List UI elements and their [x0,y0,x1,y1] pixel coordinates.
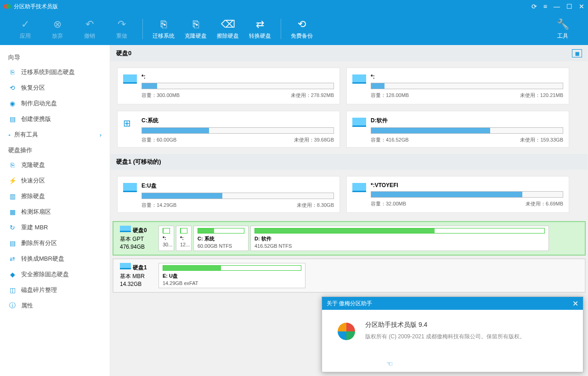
map-partition[interactable]: E: U盘14.29GB exFAT [158,263,305,288]
partition-name: *: [141,74,334,80]
partition-name: *:VTOYEFI [371,182,563,188]
partition-card[interactable]: E:U盘容量：14.29GB未使用：8.30GB [117,176,340,213]
sidebar-item[interactable]: ⎘克隆硬盘 [0,157,110,173]
tools-button[interactable]: 🔧工具 [547,16,579,43]
drive-icon [123,74,137,84]
discard-button[interactable]: ⊗放弃 [41,16,74,43]
capacity-label: 容量：14.29GB [141,202,176,209]
about-logo-icon [336,321,357,342]
disk-size: 476.94GB [120,244,158,250]
sidebar-item[interactable]: ◉制作启动光盘 [0,96,110,111]
maximize-icon[interactable]: ☐ [566,3,572,10]
migrate-button[interactable]: ⎘迁移系统 [147,16,180,43]
clone-icon: ⎘ [193,18,199,30]
unused-label: 未使用：6.69MB [526,200,563,207]
sidebar-icon: ⎘ [8,68,17,76]
disk-name: 硬盘0 [120,226,158,234]
pointer-icon: ☜ [386,359,393,368]
drive-icon [120,263,131,269]
partition-name: D:软件 [371,117,563,125]
disk-type: 基本 GPT [120,235,158,243]
usage-bar [371,191,563,198]
sidebar-item[interactable]: ▥擦除硬盘 [0,188,110,204]
backup-icon: ⟲ [298,18,306,30]
usage-bar [371,127,563,134]
sidebar-item[interactable]: 所有工具› [0,127,110,142]
partition-card[interactable]: *:VTOYEFI容量：32.00MB未使用：6.69MB [346,176,569,213]
capacity-label: 容量：416.52GB [371,137,409,143]
wipe-button[interactable]: ⌫擦除硬盘 [212,16,244,43]
map-partition[interactable]: D: 软件416.52GB NTFS [250,226,549,251]
sidebar-icon: ⚡ [8,177,17,185]
partition-card[interactable]: *:容量：128.00MB未使用：120.21MB [346,68,569,104]
usage-bar [371,83,563,89]
sidebar-icon: ◆ [8,270,17,279]
sidebar-item[interactable]: ⎘迁移系统到固态硬盘 [0,64,110,80]
sidebar-item[interactable]: ⇄转换成MBR硬盘 [0,251,110,267]
wipe-icon: ⌫ [221,18,235,30]
partition-name: *: [371,74,563,80]
convert-button[interactable]: ⇄转换硬盘 [244,16,276,43]
dialog-titlebar[interactable]: 关于 傲梅分区助手 ✕ [322,297,583,310]
partition-card[interactable]: *:容量：300.00MB未使用：278.92MB [117,68,340,104]
sidebar-icon: ▤ [8,239,17,247]
svg-point-1 [6,4,11,9]
partition-card[interactable]: D:软件容量：416.52GB未使用：159.33GB [346,111,569,148]
minimize-icon[interactable]: ― [554,3,560,10]
sidebar-item[interactable]: ◫磁盘碎片整理 [0,282,110,298]
sidebar-item[interactable]: ◆安全擦除固态硬盘 [0,267,110,282]
sidebar-item[interactable]: ▤删除所有分区 [0,235,110,251]
menu-icon[interactable]: ≡ [543,3,547,10]
about-copyright: 版权所有 (C) 2009-2021 成都傲梅科技有限公司。保留所有版权。 [365,333,525,341]
undo-icon: ↶ [85,18,94,30]
undo-button[interactable]: ↶撤销 [74,16,106,43]
refresh-icon[interactable]: ⟳ [531,3,537,10]
disk-header: 硬盘1 (可移动的) [111,154,588,170]
about-product: 分区助手技术员版 9.4 [365,321,525,329]
disk-size: 14.32GB [120,281,158,287]
map-partition[interactable]: *:12... [176,226,192,251]
convert-icon: ⇄ [256,18,264,30]
unused-label: 未使用：159.33GB [520,137,563,143]
sidebar-item[interactable]: ⚡快速分区 [0,173,110,188]
sidebar-item[interactable]: ↻重建 MBR [0,220,110,235]
dialog-close-icon[interactable]: ✕ [572,299,578,308]
sidebar-item[interactable]: ▦检测坏扇区 [0,204,110,220]
sidebar-icon: ⎘ [8,161,17,169]
capacity-label: 容量：300.00MB [141,92,180,99]
partition-name: E:U盘 [141,182,334,190]
usage-bar [141,127,334,134]
map-partition[interactable]: C: 系统60.00GB NTFS [193,226,249,251]
clone-button[interactable]: ⎘克隆硬盘 [180,16,212,43]
cancel-icon: ⊗ [53,18,62,30]
dialog-title: 关于 傲梅分区助手 [327,300,372,308]
capacity-label: 容量：32.00MB [371,200,406,207]
redo-button[interactable]: ↷重做 [106,16,138,43]
sidebar-header-wizard: 向导 [0,50,110,64]
sidebar-icon: ⟲ [8,84,17,92]
backup-button[interactable]: ⟲免费备份 [286,16,318,43]
apply-button[interactable]: ✓应用 [9,16,41,43]
disk-map-row[interactable]: 硬盘1基本 MBR14.32GBE: U盘14.29GB exFAT [113,258,586,293]
sidebar-icon: ⇄ [8,255,17,263]
close-icon[interactable]: ✕ [579,3,584,10]
usage-bar [141,83,334,89]
sidebar-item[interactable]: ▤创建便携版 [0,111,110,127]
drive-icon [352,183,366,192]
view-toggle-icon[interactable]: ▦ [572,49,582,57]
chevron-right-icon: › [100,131,102,138]
map-partition[interactable]: *:30... [158,226,174,251]
sidebar-item[interactable]: ⓘ属性 [0,298,110,313]
app-logo-icon [4,3,11,10]
partition-card[interactable]: ⊞C:系统容量：60.00GB未使用：39.68GB [117,111,340,148]
drive-icon [120,226,131,232]
sidebar: 向导 ⎘迁移系统到固态硬盘⟲恢复分区◉制作启动光盘▤创建便携版所有工具› 硬盘操… [0,45,110,376]
check-icon: ✓ [21,18,29,30]
sidebar-item[interactable]: ⟲恢复分区 [0,80,110,96]
sidebar-icon: ◉ [8,99,17,108]
partition-name: C:系统 [141,117,334,125]
drive-icon [352,74,366,84]
disk-map-row[interactable]: 硬盘0基本 GPT476.94GB*:30...*:12...C: 系统60.0… [113,221,586,256]
migrate-icon: ⎘ [161,18,167,30]
drive-icon [352,118,366,127]
